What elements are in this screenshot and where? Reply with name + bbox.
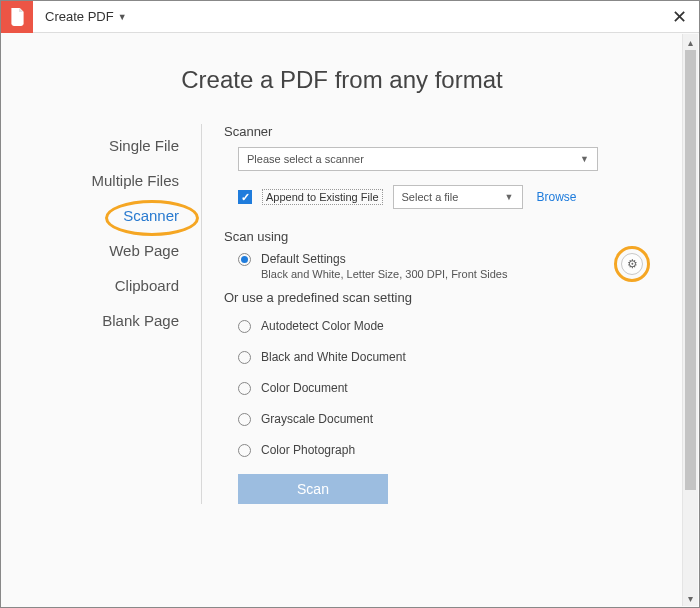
preset-photo: Color Photograph — [238, 443, 654, 457]
sidebar-item-scanner[interactable]: Scanner — [30, 198, 201, 233]
scanner-section-label: Scanner — [224, 124, 654, 139]
preset-color-radio[interactable] — [238, 382, 251, 395]
titlebar-title-text: Create PDF — [45, 9, 114, 24]
scan-button[interactable]: Scan — [238, 474, 388, 504]
append-label: Append to Existing File — [262, 189, 383, 205]
create-pdf-window: Create PDF ▼ ✕ Create a PDF from any for… — [0, 0, 700, 608]
preset-autodetect-label: Autodetect Color Mode — [261, 319, 384, 333]
scanner-select-wrap: Please select a scanner ▼ — [238, 147, 654, 171]
scroll-down-icon[interactable]: ▾ — [683, 590, 698, 606]
default-settings-text: Default Settings Black and White, Letter… — [261, 252, 507, 280]
settings-gear-button[interactable]: ⚙ — [621, 253, 643, 275]
preset-color-label: Color Document — [261, 381, 348, 395]
preset-grayscale: Grayscale Document — [238, 412, 654, 426]
preset-grayscale-radio[interactable] — [238, 413, 251, 426]
browse-link[interactable]: Browse — [537, 190, 577, 204]
scanner-select[interactable]: Please select a scanner ▼ — [238, 147, 598, 171]
sidebar-item-single-file[interactable]: Single File — [30, 128, 201, 163]
close-button[interactable]: ✕ — [659, 1, 699, 33]
main-panel: Scanner Please select a scanner ▼ ✓ Appe… — [202, 124, 654, 504]
preset-autodetect-radio[interactable] — [238, 320, 251, 333]
preset-bw-radio[interactable] — [238, 351, 251, 364]
page-title: Create a PDF from any format — [2, 34, 682, 124]
columns: Single File Multiple Files Scanner Web P… — [2, 124, 682, 504]
default-settings-sub: Black and White, Letter Size, 300 DPI, F… — [261, 268, 507, 280]
default-settings-radio[interactable] — [238, 253, 251, 266]
chevron-down-icon: ▼ — [505, 192, 514, 202]
chevron-down-icon: ▼ — [580, 154, 589, 164]
scroll-up-icon[interactable]: ▴ — [683, 34, 698, 50]
titlebar-title[interactable]: Create PDF ▼ — [45, 9, 127, 24]
preset-color: Color Document — [238, 381, 654, 395]
preset-photo-label: Color Photograph — [261, 443, 355, 457]
gear-icon: ⚙ — [627, 257, 638, 271]
preset-grayscale-label: Grayscale Document — [261, 412, 373, 426]
preset-autodetect: Autodetect Color Mode — [238, 319, 654, 333]
scanner-select-text: Please select a scanner — [247, 153, 364, 165]
sidebar-item-clipboard[interactable]: Clipboard — [30, 268, 201, 303]
sidebar-item-multiple-files[interactable]: Multiple Files — [30, 163, 201, 198]
file-select[interactable]: Select a file ▼ — [393, 185, 523, 209]
vertical-scrollbar[interactable]: ▴ ▾ — [682, 34, 698, 606]
scroll-thumb[interactable] — [685, 50, 696, 490]
chevron-down-icon: ▼ — [118, 12, 127, 22]
gear-highlight: ⚙ — [614, 246, 650, 282]
app-icon — [1, 1, 33, 33]
preset-bw: Black and White Document — [238, 350, 654, 364]
predefined-label: Or use a predefined scan setting — [224, 290, 654, 305]
sidebar: Single File Multiple Files Scanner Web P… — [30, 124, 202, 504]
default-settings-label: Default Settings — [261, 252, 507, 266]
sidebar-item-blank-page[interactable]: Blank Page — [30, 303, 201, 338]
body: Create a PDF from any format Single File… — [2, 34, 698, 606]
default-settings-row: Default Settings Black and White, Letter… — [238, 252, 654, 280]
append-row: ✓ Append to Existing File Select a file … — [238, 185, 654, 209]
preset-photo-radio[interactable] — [238, 444, 251, 457]
titlebar: Create PDF ▼ ✕ — [1, 1, 699, 33]
file-select-text: Select a file — [402, 191, 459, 203]
content: Create a PDF from any format Single File… — [2, 34, 698, 606]
preset-bw-label: Black and White Document — [261, 350, 406, 364]
sidebar-item-web-page[interactable]: Web Page — [30, 233, 201, 268]
scan-using-label: Scan using — [224, 229, 654, 244]
append-checkbox[interactable]: ✓ — [238, 190, 252, 204]
